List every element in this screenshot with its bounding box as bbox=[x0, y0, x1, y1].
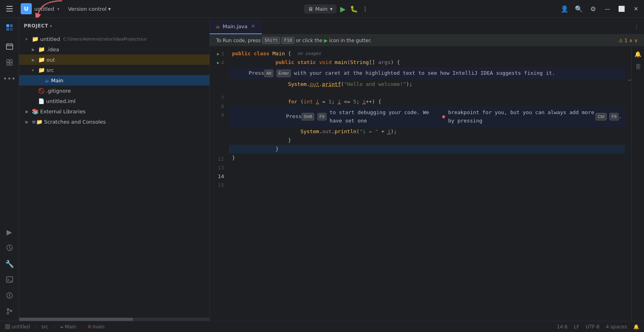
folder-icon-src: 📁 bbox=[38, 67, 45, 73]
kw-static: static bbox=[297, 58, 316, 67]
tree-item-src[interactable]: ▾ 📁 src bbox=[19, 65, 209, 75]
tree-item-main[interactable]: ▶ ☕ Main bbox=[19, 75, 209, 85]
line-num-7: 7 bbox=[210, 93, 229, 102]
run-configuration[interactable]: 🖥 Main ▾ bbox=[304, 4, 337, 14]
tree-item-external-libs[interactable]: ▶ 📚 External Libraries bbox=[19, 106, 209, 116]
spacer-git: ▶ bbox=[32, 89, 36, 93]
svg-rect-5 bbox=[6, 44, 13, 49]
status-indent[interactable]: 4 spaces bbox=[604, 323, 629, 330]
line-number-8: 8 bbox=[221, 103, 224, 109]
titlebar-right: 👤 🔍 ⚙ — ⬜ ✕ bbox=[560, 4, 641, 14]
tree-item-idea[interactable]: ▶ 📁 .idea bbox=[19, 44, 209, 54]
tree-item-iml[interactable]: ▶ 📄 untitled.iml bbox=[19, 96, 209, 106]
svg-rect-11 bbox=[6, 277, 13, 282]
status-main-class[interactable]: ☕ Main bbox=[58, 323, 78, 330]
hint2-f9-kbd: F9 bbox=[317, 113, 327, 121]
right-icon-notifications[interactable]: 🔔 bbox=[633, 49, 643, 59]
right-sidebar: 🔔 🗄 bbox=[631, 46, 644, 321]
run-gutter-4[interactable]: ▶ bbox=[217, 60, 219, 65]
code-line-14: } bbox=[229, 145, 625, 153]
tab-close-button[interactable]: ✕ bbox=[250, 23, 256, 29]
var-out2: out bbox=[322, 127, 331, 136]
code-content[interactable]: public class Main { no usages public sta… bbox=[229, 46, 625, 321]
activity-icon-vcs[interactable] bbox=[2, 304, 17, 318]
minimize-button[interactable]: — bbox=[603, 4, 612, 14]
tree-label-external-libs: External Libraries bbox=[40, 109, 85, 115]
main-java-icon: ☕ bbox=[44, 77, 50, 83]
run-config-name: Main bbox=[315, 6, 328, 12]
warning-nav-down[interactable]: ∨ bbox=[634, 38, 638, 43]
tree-item-out[interactable]: ▶ 📁 out bbox=[19, 54, 209, 65]
more-actions-button[interactable]: ⋮ bbox=[360, 4, 370, 14]
hamburger-lines-icon bbox=[6, 6, 13, 12]
paren3: ( bbox=[356, 127, 360, 136]
for-paren: ( bbox=[300, 97, 304, 106]
status-notifications[interactable]: 🔔 bbox=[632, 323, 641, 330]
status-project[interactable]: ⬛ untitled bbox=[3, 323, 31, 330]
activity-icon-debug[interactable] bbox=[2, 241, 17, 255]
titlebar: U untitled ▾ Version control ▾ 🖥 Main ▾ … bbox=[0, 0, 644, 18]
hint-bar-content: To Run code, press Shift F10 or click th… bbox=[216, 37, 371, 44]
svg-rect-8 bbox=[7, 63, 9, 65]
status-encoding[interactable]: UTF-8 bbox=[584, 323, 601, 330]
settings-icon[interactable]: ⚙ bbox=[588, 4, 598, 14]
line-num-14: 14 bbox=[210, 172, 229, 181]
tab-main-java[interactable]: ☕ Main.java ✕ bbox=[210, 19, 262, 34]
status-indent-label: 4 spaces bbox=[606, 324, 627, 330]
tree-label-untitled: untitled bbox=[40, 36, 60, 42]
activity-icon-more[interactable]: ••• bbox=[2, 71, 17, 85]
status-main-method[interactable]: ⊙ main bbox=[86, 323, 106, 330]
debug-button[interactable]: 🐛 bbox=[349, 4, 359, 14]
warning-nav-up[interactable]: ∧ bbox=[629, 38, 632, 43]
run-gutter-3[interactable]: ▶ bbox=[217, 52, 219, 56]
svg-rect-2 bbox=[10, 24, 13, 27]
status-position[interactable]: 14:6 bbox=[555, 323, 569, 330]
maximize-button[interactable]: ⬜ bbox=[617, 4, 627, 14]
tab-main-java-label: Main.java bbox=[223, 23, 248, 29]
sidebar-header-chevron-icon: ▾ bbox=[50, 24, 52, 28]
activity-icon-project[interactable] bbox=[2, 39, 17, 54]
activity-icon-tools[interactable]: 🔧 bbox=[2, 256, 17, 271]
hint-bar: To Run code, press Shift F10 or click th… bbox=[210, 35, 644, 46]
activity-icon-terminal[interactable] bbox=[2, 272, 17, 287]
close-button[interactable]: ✕ bbox=[631, 4, 641, 14]
activity-icon-logo[interactable] bbox=[2, 20, 17, 35]
tree-item-scratches[interactable]: ▶ ≡📁 Scratches and Consoles bbox=[19, 116, 209, 127]
hamburger-menu[interactable] bbox=[3, 2, 16, 15]
hint-bar-warning[interactable]: ⚠ 1 ∧ ∨ bbox=[619, 38, 638, 43]
gutter-warning-indicator[interactable]: — bbox=[628, 78, 631, 82]
activity-icon-plugins[interactable] bbox=[2, 55, 17, 70]
tree-item-gitignore[interactable]: ▶ 🚫 .gitignore bbox=[19, 85, 209, 96]
hint2-shift-kbd: Shift bbox=[302, 113, 314, 121]
activity-icon-problems[interactable] bbox=[2, 288, 17, 303]
kw-for: for bbox=[288, 97, 297, 106]
search-icon[interactable]: 🔍 bbox=[574, 4, 584, 14]
sidebar-header[interactable]: Project ▾ bbox=[19, 18, 209, 34]
run-button[interactable]: ▶ bbox=[338, 4, 348, 14]
paren2: ); bbox=[406, 80, 412, 89]
project-dropdown-arrow[interactable]: ▾ bbox=[57, 7, 59, 11]
version-control-button[interactable]: Version control ▾ bbox=[65, 4, 114, 14]
kw-void: void bbox=[319, 58, 331, 67]
status-line-ending[interactable]: LF bbox=[572, 323, 581, 330]
hint2-f8-kbd: F8 bbox=[609, 113, 619, 121]
status-encoding-label: UTF-8 bbox=[586, 324, 600, 330]
status-src[interactable]: src bbox=[40, 323, 50, 330]
line-number-3: 3 bbox=[221, 51, 224, 57]
project-avatar: U bbox=[21, 3, 32, 14]
right-gutter: — bbox=[625, 46, 631, 321]
brace-close3: } bbox=[232, 153, 235, 162]
line-number-13: 13 bbox=[218, 165, 224, 171]
fn-println: println bbox=[335, 127, 356, 136]
sidebar-scrollbar[interactable] bbox=[19, 318, 209, 321]
account-icon[interactable]: 👤 bbox=[560, 4, 569, 14]
line-num-8: 8 bbox=[210, 102, 229, 111]
tree-item-untitled-root[interactable]: ▾ 📁 untitled C:\Users\Administrator\Idea… bbox=[19, 34, 209, 44]
activity-icon-run[interactable]: ▶ bbox=[2, 225, 17, 239]
right-icon-database[interactable]: 🗄 bbox=[633, 62, 643, 72]
status-sep-3: › bbox=[81, 324, 83, 330]
var-i4: i bbox=[387, 127, 391, 136]
code-line-7: System.out.printf("Hello and welcome!"); bbox=[229, 80, 625, 89]
tab-more-button[interactable]: ⋮ bbox=[629, 19, 644, 34]
tree-label-src: src bbox=[46, 67, 54, 73]
